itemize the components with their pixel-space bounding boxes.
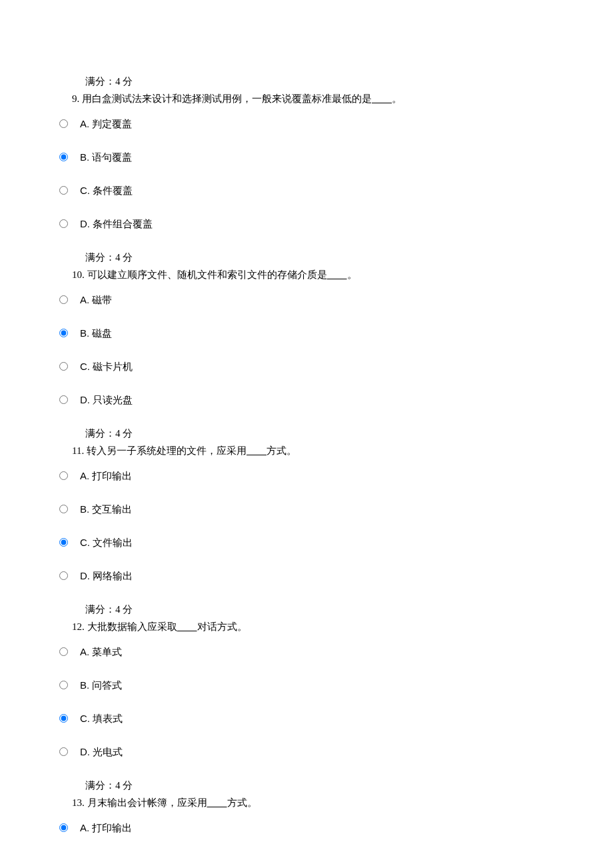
radio-11-a[interactable] bbox=[59, 471, 68, 480]
question-text-before: 用白盒测试法来设计和选择测试用例，一般来说覆盖标准最低的是 bbox=[82, 93, 372, 104]
option-11-c[interactable]: C. 文件输出 bbox=[56, 535, 560, 551]
option-12-d[interactable]: D. 光电式 bbox=[56, 744, 560, 760]
blank bbox=[327, 269, 347, 280]
question-number: 13. bbox=[72, 797, 85, 808]
blank bbox=[372, 93, 392, 104]
radio-11-b[interactable] bbox=[59, 505, 68, 513]
radio-9-d[interactable] bbox=[59, 219, 68, 228]
option-11-b[interactable]: B. 交互输出 bbox=[56, 501, 560, 517]
radio-12-d[interactable] bbox=[59, 747, 68, 756]
radio-13-a[interactable] bbox=[59, 823, 68, 832]
radio-12-c[interactable] bbox=[59, 714, 68, 723]
option-label: B. 磁盘 bbox=[80, 325, 112, 341]
question-number: 11. bbox=[72, 445, 84, 456]
question-text-before: 月末输出会计帐簿，应采用 bbox=[87, 797, 207, 808]
option-9-c[interactable]: C. 条件覆盖 bbox=[56, 183, 560, 199]
option-13-a[interactable]: A. 打印输出 bbox=[56, 820, 560, 836]
option-label: B. 交互输出 bbox=[80, 501, 132, 517]
radio-9-b[interactable] bbox=[59, 153, 68, 161]
option-label: C. 填表式 bbox=[80, 711, 123, 727]
option-10-a[interactable]: A. 磁带 bbox=[56, 292, 560, 308]
score-label: 满分：4 分 bbox=[85, 601, 560, 617]
radio-11-c[interactable] bbox=[59, 538, 68, 547]
question-text-after: 。 bbox=[347, 269, 357, 280]
option-label: A. 磁带 bbox=[80, 292, 112, 308]
question-text-after: 。 bbox=[392, 93, 402, 104]
question-text-after: 方式。 bbox=[227, 797, 257, 808]
radio-10-d[interactable] bbox=[59, 395, 68, 404]
option-9-b[interactable]: B. 语句覆盖 bbox=[56, 149, 560, 165]
option-label: C. 文件输出 bbox=[80, 535, 133, 551]
option-label: A. 判定覆盖 bbox=[80, 116, 132, 132]
radio-9-a[interactable] bbox=[59, 119, 68, 128]
option-11-d[interactable]: D. 网络输出 bbox=[56, 568, 560, 584]
blank bbox=[247, 445, 267, 456]
option-12-b[interactable]: B. 问答式 bbox=[56, 677, 560, 693]
radio-12-a[interactable] bbox=[59, 647, 68, 656]
option-label: D. 条件组合覆盖 bbox=[80, 216, 153, 232]
question-text-after: 对话方式。 bbox=[197, 621, 247, 632]
option-label: B. 语句覆盖 bbox=[80, 149, 132, 165]
option-label: D. 只读光盘 bbox=[80, 392, 133, 408]
question-13: 13. 月末输出会计帐簿，应采用 方式。 bbox=[72, 795, 560, 811]
radio-9-c[interactable] bbox=[59, 186, 68, 195]
option-label: D. 网络输出 bbox=[80, 568, 133, 584]
option-11-a[interactable]: A. 打印输出 bbox=[56, 468, 560, 484]
question-text-before: 可以建立顺序文件、随机文件和索引文件的存储介质是 bbox=[87, 269, 327, 280]
question-number: 12. bbox=[72, 621, 85, 632]
option-label: A. 打印输出 bbox=[80, 468, 132, 484]
option-12-a[interactable]: A. 菜单式 bbox=[56, 644, 560, 660]
blank bbox=[177, 621, 197, 632]
option-10-c[interactable]: C. 磁卡片机 bbox=[56, 359, 560, 375]
question-text-before: 大批数据输入应采取 bbox=[87, 621, 177, 632]
question-text-after: 方式。 bbox=[267, 445, 297, 456]
question-12: 12. 大批数据输入应采取 对话方式。 bbox=[72, 619, 560, 635]
question-10: 10. 可以建立顺序文件、随机文件和索引文件的存储介质是 。 bbox=[72, 267, 560, 283]
radio-12-b[interactable] bbox=[59, 681, 68, 689]
blank bbox=[207, 797, 227, 808]
score-label: 满分：4 分 bbox=[85, 249, 560, 265]
question-text-before: 转入另一子系统处理的文件，应采用 bbox=[87, 445, 247, 456]
score-label: 满分：4 分 bbox=[85, 777, 560, 793]
question-number: 10. bbox=[72, 269, 85, 280]
question-number: 9. bbox=[72, 93, 79, 104]
option-label: A. 打印输出 bbox=[80, 820, 132, 836]
option-label: C. 磁卡片机 bbox=[80, 359, 133, 375]
radio-10-b[interactable] bbox=[59, 329, 68, 337]
page: 满分：4 分 9. 用白盒测试法来设计和选择测试用例，一般来说覆盖标准最低的是 … bbox=[0, 0, 613, 868]
option-12-c[interactable]: C. 填表式 bbox=[56, 711, 560, 727]
option-label: C. 条件覆盖 bbox=[80, 183, 133, 199]
option-label: D. 光电式 bbox=[80, 744, 123, 760]
score-label: 满分：4 分 bbox=[85, 425, 560, 441]
radio-10-a[interactable] bbox=[59, 295, 68, 304]
option-10-b[interactable]: B. 磁盘 bbox=[56, 325, 560, 341]
score-label: 满分：4 分 bbox=[85, 73, 560, 89]
option-label: B. 问答式 bbox=[80, 677, 122, 693]
radio-11-d[interactable] bbox=[59, 571, 68, 580]
option-9-d[interactable]: D. 条件组合覆盖 bbox=[56, 216, 560, 232]
question-9: 9. 用白盒测试法来设计和选择测试用例，一般来说覆盖标准最低的是 。 bbox=[72, 91, 560, 107]
question-11: 11. 转入另一子系统处理的文件，应采用 方式。 bbox=[72, 443, 560, 459]
radio-10-c[interactable] bbox=[59, 362, 68, 371]
option-10-d[interactable]: D. 只读光盘 bbox=[56, 392, 560, 408]
option-9-a[interactable]: A. 判定覆盖 bbox=[56, 116, 560, 132]
option-label: A. 菜单式 bbox=[80, 644, 122, 660]
